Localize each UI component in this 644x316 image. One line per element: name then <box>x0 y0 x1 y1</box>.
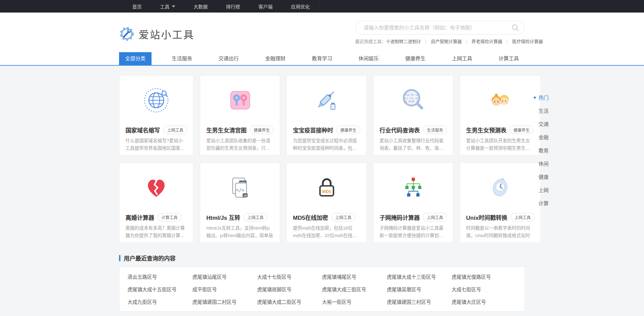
recent-query-link[interactable]: 大裕一街区号 <box>322 298 387 305</box>
sidenav-item-hot[interactable]: 热门 <box>534 91 561 104</box>
svg-text:210 69 34: 210 69 34 <box>405 93 418 97</box>
html-js-icon: HTML </> JS <box>206 163 274 212</box>
tab-education[interactable]: 教育学习 <box>306 52 338 65</box>
globe-icon <box>125 76 187 125</box>
search-input[interactable] <box>355 21 525 35</box>
recent-query-link[interactable]: 虎尾镇大成十三街区号 <box>387 273 452 280</box>
card-description: 离婚的成本有多高？离婚计算器为你提供了我的离婚计算器，离婚成 <box>125 225 187 239</box>
card-title: 行业代码查询表 <box>380 126 420 134</box>
search-box <box>355 21 525 35</box>
tool-card-grid: 国家域名缩写 上网工具 什么是国家域名缩写?爱站小工具提供世界各国地区国家域名缩… <box>119 75 525 243</box>
tab-health[interactable]: 健康养生 <box>399 52 432 65</box>
tool-card-industry-code[interactable]: 210 69 34 47 231 45 12 0146 32 行业代码查询表 生… <box>373 75 453 155</box>
sidenav-item-finance[interactable]: 金融 <box>534 130 561 144</box>
card-title: 国家域名缩写 <box>125 126 160 134</box>
hot-search-link[interactable]: 十进制转二进制计 <box>386 39 421 44</box>
network-tree-icon <box>380 163 447 212</box>
card-description: 为您提供宝宝成长过程中必须接种的宝宝疫苗接种时间表，包括儿童 <box>293 137 360 152</box>
recent-queries-panel: 清云五路区号 虎尾镇汕尾区号 大成十七街区号 虎尾镇埔尾区号 虎尾镇大成十三街区… <box>119 267 525 312</box>
card-category-badge: 健康养生 <box>510 126 533 134</box>
tool-card-gender-predict[interactable]: 生男生女预测表 健康养生 爱站小工具团队开发的生男生女计算器是一款预测孕期生男生… <box>460 75 541 155</box>
chevron-down-icon <box>172 5 175 7</box>
card-category-badge: 计算工具 <box>158 213 181 222</box>
tool-card-country-domain[interactable]: 国家域名缩写 上网工具 什么是国家域名缩写?爱站小工具提供世界各国地区国家域名缩… <box>119 75 193 155</box>
tool-card-divorce-calc[interactable]: 离婚计算器 计算工具 离婚的成本有多高？离婚计算器为你提供了我的离婚计算器，离婚… <box>119 163 193 243</box>
hot-search-link[interactable]: 养老保险计算器 <box>462 39 502 44</box>
card-description: 子网掩码计算器是爱站小工具最新一款能够方便快捷的计算划分子网 <box>380 225 447 239</box>
card-title: Html/Js 互转 <box>206 213 240 222</box>
svg-text:JS: JS <box>243 194 247 197</box>
tab-internet-tools[interactable]: 上网工具 <box>446 52 478 65</box>
recent-query-link[interactable]: 虎尾镇崁脚区号 <box>257 286 322 293</box>
card-category-badge: 上网工具 <box>511 213 534 222</box>
tab-all-categories[interactable]: 全部分类 <box>119 52 152 65</box>
tool-card-unix-timestamp[interactable]: Unix时间戳转换 上网工具 时间戳是以一串数字表时的时间值，Unix时间戳转换… <box>460 163 541 243</box>
svg-text:47 231 45: 47 231 45 <box>405 97 418 100</box>
recent-query-link[interactable]: 大成十七街区号 <box>257 273 322 280</box>
tool-card-subnet-mask-calc[interactable]: 子网掩码计算器 上网工具 子网掩码计算器是爱站小工具最新一款能够方便快捷的计算划… <box>373 163 453 243</box>
topnav-item-bigdata[interactable]: 大数据 <box>184 0 217 13</box>
search-icon[interactable] <box>511 23 520 33</box>
recent-query-link[interactable]: 虎尾镇大庄区号 <box>452 298 516 305</box>
magnifier-numbers-icon: 210 69 34 47 231 45 12 0146 32 <box>380 76 447 125</box>
sidenav-item-education[interactable]: 教育 <box>534 144 561 157</box>
topnav-item-home[interactable]: 首页 <box>123 0 151 13</box>
tab-finance[interactable]: 金融理财 <box>259 52 292 65</box>
card-category-badge: 上网工具 <box>423 213 447 222</box>
active-dot-icon <box>534 97 538 99</box>
sidenav-item-transport[interactable]: 交通 <box>534 117 561 130</box>
sidenav-item-health[interactable]: 健康 <box>534 170 561 183</box>
hot-search-label: 最近热搜工具： <box>355 39 386 44</box>
card-title: 离婚计算器 <box>125 213 154 222</box>
recent-query-link[interactable]: 虎尾镇大成二街区号 <box>257 298 322 305</box>
card-title: 生男生女预测表 <box>466 126 506 134</box>
sidenav-item-life[interactable]: 生活 <box>534 104 561 117</box>
svg-text:</>: </> <box>236 187 244 193</box>
recent-query-link[interactable]: 虎尾镇大成十五街区号 <box>128 286 192 293</box>
topnav-item-tools[interactable]: 工具 <box>151 0 184 13</box>
recent-query-link[interactable]: 虎尾镇汕尾区号 <box>192 273 257 280</box>
section-accent-bar <box>119 255 120 261</box>
boy-girl-icon <box>206 76 274 125</box>
recent-query-link[interactable]: 虎尾镇光復路区号 <box>452 273 516 280</box>
recent-query-link[interactable]: 虎尾镇吴厝区号 <box>387 286 452 293</box>
syringe-icon <box>293 76 360 125</box>
recent-query-link[interactable]: 成平街区号 <box>192 286 257 293</box>
tab-transport[interactable]: 交通出行 <box>212 52 245 65</box>
svg-text:12 0146 32: 12 0146 32 <box>404 100 419 103</box>
tab-life-services[interactable]: 生活服务 <box>166 52 198 65</box>
sidenav-item-calc[interactable]: 计算 <box>534 196 561 210</box>
clock-icon <box>466 163 534 212</box>
site-logo[interactable]: 爱站小工具 <box>119 13 194 52</box>
md5-lock-icon: MD5 <box>293 163 360 212</box>
tool-card-md5-encrypt[interactable]: MD5 MD5在线加密 上网工具 提供md5在线加密，包括16位md5在线加密、… <box>286 163 367 243</box>
tool-card-gender-chart[interactable]: 生男生女清宫图 健康养生 爱站小工具团队收集的是一份清宫珍藏的生男生女预测表，只… <box>200 75 280 155</box>
site-header: 爱站小工具 最近热搜工具：十进制转二进制计房产契税计算器养老保险计算器医疗保险计… <box>0 13 644 52</box>
recent-query-link[interactable]: 虎尾镇大成三街区号 <box>322 286 387 293</box>
tab-calc-tools[interactable]: 计算工具 <box>492 52 525 65</box>
tab-entertainment[interactable]: 休闲娱乐 <box>352 52 385 65</box>
tool-card-vaccine-schedule[interactable]: 宝宝疫苗接种时 健康养生 为您提供宝宝成长过程中必须接种的宝宝疫苗接种时间表，包… <box>286 75 367 155</box>
topnav-item-client[interactable]: 客户端 <box>249 0 282 13</box>
recent-query-link[interactable]: 虎尾镇埔尾区号 <box>322 273 387 280</box>
sidenav-item-leisure[interactable]: 休闲 <box>534 157 561 170</box>
hot-search-link[interactable]: 医疗保险计算器 <box>502 39 543 44</box>
recent-query-link[interactable]: 大成七街区号 <box>452 286 516 293</box>
hot-search-link[interactable]: 房产契税计算器 <box>421 39 462 44</box>
card-description: 爱站小工具收集整理行业代码查询表，囊括了农、林、牧、渔业、采 <box>380 137 447 152</box>
recent-query-link[interactable]: 虎尾镇建国二村区号 <box>192 298 257 305</box>
topnav-item-app-optimize[interactable]: 应用优化 <box>282 0 319 13</box>
card-description: 爱站小工具团队开发的生男生女计算器是一款预测孕期生男生女计算 <box>466 137 534 152</box>
tool-card-html-js-convert[interactable]: HTML </> JS Html/Js 互转 上网工具 Html/Js互转工具，… <box>200 163 280 243</box>
card-description: 提供md5在线加密，包括16位md5在线加密、32位md5在线加密、 <box>293 225 360 239</box>
recent-query-link[interactable]: 清云五路区号 <box>128 273 192 280</box>
recent-query-link[interactable]: 虎尾镇建国三村区号 <box>387 298 452 305</box>
card-title: 宝宝疫苗接种时 <box>293 126 333 134</box>
card-title: MD5在线加密 <box>293 213 328 222</box>
topnav-item-ranking[interactable]: 排行榜 <box>217 0 249 13</box>
recent-query-link[interactable]: 大成九街区号 <box>128 298 192 305</box>
top-navigation-bar: 首页 工具 大数据 排行榜 客户端 应用优化 <box>0 0 644 13</box>
sidenav-item-internet[interactable]: 上网 <box>534 183 561 196</box>
category-tab-bar: 全部分类 生活服务 交通出行 金融理财 教育学习 休闲娱乐 健康养生 上网工具 … <box>0 52 644 66</box>
card-category-badge: 健康养生 <box>250 126 274 134</box>
